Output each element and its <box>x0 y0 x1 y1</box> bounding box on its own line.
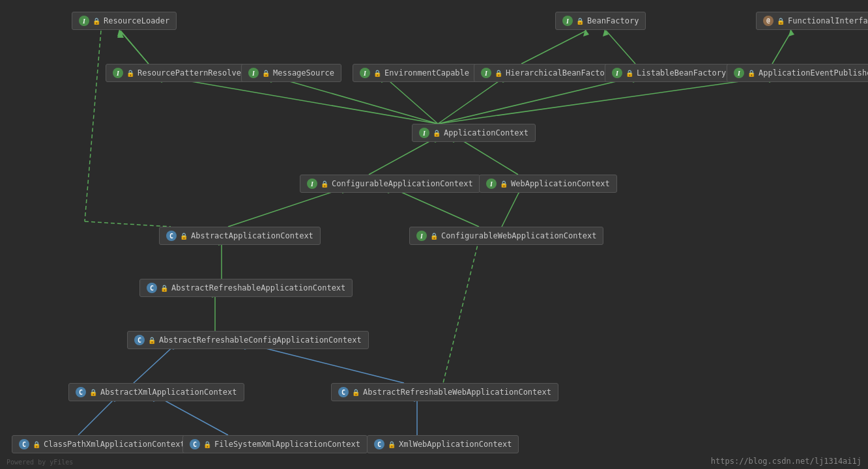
interface-icon: I <box>360 68 370 78</box>
svg-line-12 <box>438 77 635 124</box>
class-icon: C <box>147 283 157 293</box>
interface-icon: I <box>612 68 622 78</box>
node-EnvironmentCapable[interactable]: I 🔒 EnvironmentCapable <box>353 64 476 82</box>
node-AbstractRefreshableWebApplicationContext[interactable]: C 🔒 AbstractRefreshableWebApplicationCon… <box>331 383 558 401</box>
svg-line-28 <box>502 188 521 227</box>
svg-line-6 <box>274 77 438 124</box>
svg-line-4 <box>164 77 438 124</box>
node-ConfigurableApplicationContext[interactable]: I 🔒 ConfigurableApplicationContext <box>300 175 480 193</box>
lock-icon: 🔒 <box>388 441 396 448</box>
interface-icon: I <box>562 16 573 26</box>
node-BeanFactory[interactable]: I 🔒 BeanFactory <box>555 12 646 30</box>
lock-icon: 🔒 <box>576 18 584 25</box>
lock-icon: 🔒 <box>160 285 168 292</box>
node-label: ClassPathXmlApplicationContext <box>44 440 185 449</box>
node-ResourceLoader[interactable]: I 🔒 ResourceLoader <box>72 12 177 30</box>
node-label: FunctionalInterface <box>788 16 868 25</box>
node-AbstractRefreshableApplicationContext[interactable]: C 🔒 AbstractRefreshableApplicationContex… <box>139 279 353 297</box>
svg-line-38 <box>443 240 479 383</box>
svg-marker-21 <box>788 29 794 36</box>
node-WebApplicationContext[interactable]: I 🔒 WebApplicationContext <box>479 175 617 193</box>
lock-icon: 🔒 <box>262 70 270 77</box>
interface-icon: I <box>734 68 744 78</box>
svg-line-24 <box>456 137 518 175</box>
svg-line-45 <box>156 396 228 435</box>
node-ConfigurableWebApplicationContext[interactable]: I 🔒 ConfigurableWebApplicationContext <box>409 227 603 245</box>
node-FileSystemXmlApplicationContext[interactable]: C 🔒 FileSystemXmlApplicationContext <box>182 435 368 453</box>
lock-icon: 🔒 <box>89 389 97 396</box>
lock-icon: 🔒 <box>626 70 633 77</box>
svg-line-39 <box>134 344 176 383</box>
watermark: https://blog.csdn.net/lj1314ai1j <box>711 457 861 466</box>
node-label: ApplicationEventPublisher <box>759 68 868 78</box>
node-MessageSource[interactable]: I 🔒 MessageSource <box>241 64 341 82</box>
lock-icon: 🔒 <box>321 180 328 188</box>
svg-marker-1 <box>117 31 124 38</box>
svg-line-16 <box>521 31 586 64</box>
svg-line-26 <box>391 188 479 227</box>
node-ClassPathXmlApplicationContext[interactable]: C 🔒 ClassPathXmlApplicationContext <box>12 435 192 453</box>
svg-line-43 <box>78 396 117 435</box>
lock-icon: 🔒 <box>777 18 785 25</box>
node-FunctionalInterface[interactable]: @ 🔒 FunctionalInterface <box>756 12 868 30</box>
lock-icon: 🔒 <box>433 130 441 137</box>
node-XmlWebApplicationContext[interactable]: C 🔒 XmlWebApplicationContext <box>367 435 519 453</box>
node-ListableBeanFactory[interactable]: I 🔒 ListableBeanFactory <box>605 64 733 82</box>
class-icon: C <box>166 231 177 241</box>
lock-icon: 🔒 <box>180 233 188 240</box>
node-AbstractRefreshableConfigApplicationContext[interactable]: C 🔒 AbstractRefreshableConfigApplication… <box>127 331 369 349</box>
svg-line-10 <box>438 77 505 124</box>
class-icon: C <box>338 387 349 397</box>
annotation-icon: @ <box>763 16 774 26</box>
node-label: ConfigurableApplicationContext <box>332 179 473 188</box>
lock-icon: 🔒 <box>203 441 211 448</box>
class-icon: C <box>134 335 145 345</box>
interface-icon: I <box>481 68 491 78</box>
svg-line-41 <box>248 344 404 383</box>
lock-icon: 🔒 <box>373 70 381 77</box>
interface-icon: I <box>113 68 123 78</box>
node-label: XmlWebApplicationContext <box>399 440 512 449</box>
node-HierarchicalBeanFactory[interactable]: I 🔒 HierarchicalBeanFactory <box>474 64 621 82</box>
node-label: ResourcePatternResolver <box>137 68 246 78</box>
lock-icon: 🔒 <box>747 70 755 77</box>
class-icon: C <box>374 439 384 449</box>
interface-icon: I <box>307 178 317 189</box>
interface-icon: I <box>486 178 497 189</box>
class-icon: C <box>190 439 200 449</box>
svg-line-33 <box>85 221 171 227</box>
node-label: MessageSource <box>273 68 334 78</box>
svg-line-22 <box>369 137 438 175</box>
node-label: EnvironmentCapable <box>384 68 469 78</box>
lock-icon: 🔒 <box>495 70 502 77</box>
node-ApplicationEventPublisher[interactable]: I 🔒 ApplicationEventPublisher <box>727 64 868 82</box>
interface-icon: I <box>248 68 259 78</box>
node-label: BeanFactory <box>587 16 639 25</box>
interface-icon: I <box>419 128 429 138</box>
lock-icon: 🔒 <box>352 389 360 396</box>
lock-icon: 🔒 <box>93 18 100 25</box>
lock-icon: 🔒 <box>33 441 40 448</box>
node-ApplicationContext[interactable]: I 🔒 ApplicationContext <box>412 124 536 142</box>
svg-line-2 <box>121 31 149 64</box>
interface-icon: I <box>79 16 89 26</box>
node-AbstractApplicationContext[interactable]: C 🔒 AbstractApplicationContext <box>159 227 321 245</box>
node-label: ResourceLoader <box>104 16 169 25</box>
node-label: AbstractXmlApplicationContext <box>100 388 237 397</box>
node-AbstractXmlApplicationContext[interactable]: C 🔒 AbstractXmlApplicationContext <box>68 383 244 401</box>
node-label: ConfigurableWebApplicationContext <box>441 231 596 240</box>
node-label: FileSystemXmlApplicationContext <box>214 440 360 449</box>
svg-line-8 <box>384 77 438 124</box>
node-label: HierarchicalBeanFactory <box>506 68 614 78</box>
node-label: ListableBeanFactory <box>637 68 726 78</box>
lock-icon: 🔒 <box>126 70 134 77</box>
svg-line-20 <box>772 31 792 64</box>
svg-line-14 <box>438 77 772 124</box>
lock-icon: 🔒 <box>430 233 438 240</box>
node-label: AbstractRefreshableWebApplicationContext <box>363 388 551 397</box>
svg-line-18 <box>606 31 635 64</box>
node-label: AbstractRefreshableApplicationContext <box>171 283 345 292</box>
svg-line-30 <box>228 188 345 227</box>
svg-marker-19 <box>603 29 609 36</box>
node-ResourcePatternResolver[interactable]: I 🔒 ResourcePatternResolver <box>106 64 253 82</box>
